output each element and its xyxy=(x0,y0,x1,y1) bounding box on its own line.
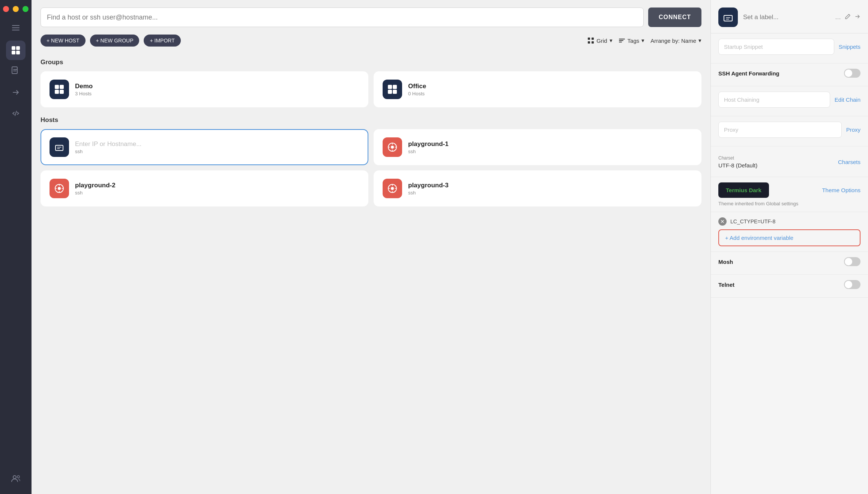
svg-rect-22 xyxy=(56,145,63,151)
group-name-demo: Demo xyxy=(75,83,93,90)
host-info-pg3: playground-3 ssh xyxy=(408,182,449,196)
search-bar: CONNECT xyxy=(32,0,710,32)
close-button[interactable] xyxy=(3,6,9,12)
host-chaining-section: Host Chaining Edit Chain xyxy=(711,86,868,116)
svg-point-8 xyxy=(13,476,16,479)
snippets-link[interactable]: Snippets xyxy=(839,44,860,50)
grid-label: Grid xyxy=(596,38,607,44)
host-icon-pg1 xyxy=(383,137,402,157)
host-chaining-field[interactable]: Host Chaining xyxy=(718,92,830,108)
sidebar-item-team[interactable] xyxy=(6,468,26,488)
mosh-section: Mosh xyxy=(711,252,868,275)
env-vars-section: ✕ LC_CTYPE=UTF-8 + Add environment varia… xyxy=(711,212,868,252)
view-grid-button[interactable]: Grid ▾ xyxy=(587,37,612,44)
group-icon-demo xyxy=(50,80,69,99)
svg-rect-7 xyxy=(12,67,17,74)
env-var-row-0: ✕ LC_CTYPE=UTF-8 xyxy=(718,217,860,226)
host-info-pg1: playground-1 ssh xyxy=(408,140,449,154)
ssh-agent-row: SSH Agent Forwarding xyxy=(718,69,860,78)
ssh-agent-section: SSH Agent Forwarding xyxy=(711,63,868,86)
edit-label-button[interactable] xyxy=(845,14,851,21)
tags-chevron-icon: ▾ xyxy=(641,37,644,44)
host-chaining-row: Host Chaining Edit Chain xyxy=(718,92,860,108)
new-host-button[interactable]: + NEW HOST xyxy=(41,35,86,47)
ssh-agent-toggle[interactable] xyxy=(844,69,860,78)
hamburger-menu-icon[interactable] xyxy=(9,21,23,35)
rp-host-icon xyxy=(718,8,738,27)
host-icon-new xyxy=(50,137,69,157)
hosts-section-title: Hosts xyxy=(41,116,701,124)
sidebar-item-snippets[interactable] xyxy=(6,104,26,123)
svg-rect-18 xyxy=(388,85,392,89)
search-input[interactable] xyxy=(47,14,637,21)
import-button[interactable]: + IMPORT xyxy=(144,35,180,47)
theme-section: Termius Dark Theme Options Theme inherit… xyxy=(711,177,868,212)
rp-label-input[interactable] xyxy=(743,14,830,21)
svg-rect-13 xyxy=(592,41,594,44)
edit-chain-link[interactable]: Edit Chain xyxy=(835,96,860,103)
host-sub-new: ssh xyxy=(75,149,141,154)
theme-button[interactable]: Termius Dark xyxy=(718,182,769,198)
svg-point-26 xyxy=(58,187,61,190)
env-var-remove-0[interactable]: ✕ xyxy=(718,217,727,226)
sidebar-item-hosts[interactable] xyxy=(6,41,26,60)
theme-options-link[interactable]: Theme Options xyxy=(822,187,860,193)
host-name-pg2: playground-2 xyxy=(75,182,116,189)
proxy-field[interactable]: Proxy xyxy=(718,122,842,138)
host-sub-pg1: ssh xyxy=(408,149,449,154)
telnet-toggle[interactable] xyxy=(844,280,860,289)
groups-grid: Demo 3 Hosts Office 0 Hosts xyxy=(41,71,701,107)
startup-snippet-row: Startup Snippet Snippets xyxy=(718,39,860,55)
group-icon-office xyxy=(383,80,402,99)
host-info-new: Enter IP or Hostname... ssh xyxy=(75,140,141,154)
sidebar-item-files[interactable] xyxy=(6,62,26,81)
host-info-pg2: playground-2 ssh xyxy=(75,182,116,196)
proxy-link[interactable]: Proxy xyxy=(846,127,860,133)
host-name-pg1: playground-1 xyxy=(408,140,449,148)
svg-rect-10 xyxy=(588,38,590,40)
host-name-pg3: playground-3 xyxy=(408,182,449,189)
charset-row: Charset UTF-8 (Default) Charsets xyxy=(718,155,860,169)
tags-button[interactable]: Tags ▾ xyxy=(619,37,645,44)
svg-point-28 xyxy=(391,187,394,190)
group-info-office: Office 0 Hosts xyxy=(408,83,426,96)
telnet-row: Telnet xyxy=(718,280,860,289)
svg-rect-1 xyxy=(12,27,20,28)
host-card-new[interactable]: Enter IP or Hostname... ssh xyxy=(41,129,368,165)
proxy-section: Proxy Proxy xyxy=(711,116,868,146)
connect-button[interactable]: CONNECT xyxy=(648,8,701,27)
minimize-button[interactable] xyxy=(13,6,19,12)
host-sub-pg3: ssh xyxy=(408,190,449,196)
add-env-button[interactable]: + Add environment variable xyxy=(718,229,860,246)
arrange-button[interactable]: Arrange by: Name ▾ xyxy=(650,37,701,44)
svg-rect-14 xyxy=(55,85,59,89)
maximize-button[interactable] xyxy=(23,6,29,12)
group-card-office[interactable]: Office 0 Hosts xyxy=(374,71,701,107)
host-card-pg3[interactable]: playground-3 ssh xyxy=(374,170,701,206)
svg-rect-15 xyxy=(60,85,64,89)
arrange-label: Arrange by: Name xyxy=(650,38,696,44)
search-wrapper[interactable] xyxy=(41,8,644,27)
host-card-pg2[interactable]: playground-2 ssh xyxy=(41,170,368,206)
group-sub-office: 0 Hosts xyxy=(408,91,426,96)
svg-rect-4 xyxy=(16,46,20,50)
host-card-pg1[interactable]: playground-1 ssh xyxy=(374,129,701,165)
new-group-button[interactable]: + NEW GROUP xyxy=(90,35,140,47)
startup-snippet-field[interactable]: Startup Snippet xyxy=(718,39,834,55)
env-var-value-0: LC_CTYPE=UTF-8 xyxy=(730,218,775,224)
telnet-toggle-knob xyxy=(845,281,852,288)
charsets-link[interactable]: Charsets xyxy=(838,159,860,165)
telnet-section: Telnet xyxy=(711,275,868,298)
grid-chevron-icon: ▾ xyxy=(610,37,613,44)
svg-rect-3 xyxy=(12,46,15,50)
group-name-office: Office xyxy=(408,83,426,90)
svg-rect-17 xyxy=(60,90,64,94)
mosh-label: Mosh xyxy=(718,259,733,265)
theme-inherited-text: Theme inherited from Global settings xyxy=(718,201,860,206)
sidebar-item-forward[interactable] xyxy=(6,83,26,102)
host-icon-pg2 xyxy=(50,179,69,198)
navigate-button[interactable] xyxy=(854,14,860,21)
group-sub-demo: 3 Hosts xyxy=(75,91,93,96)
group-card-demo[interactable]: Demo 3 Hosts xyxy=(41,71,368,107)
mosh-toggle[interactable] xyxy=(844,257,860,266)
